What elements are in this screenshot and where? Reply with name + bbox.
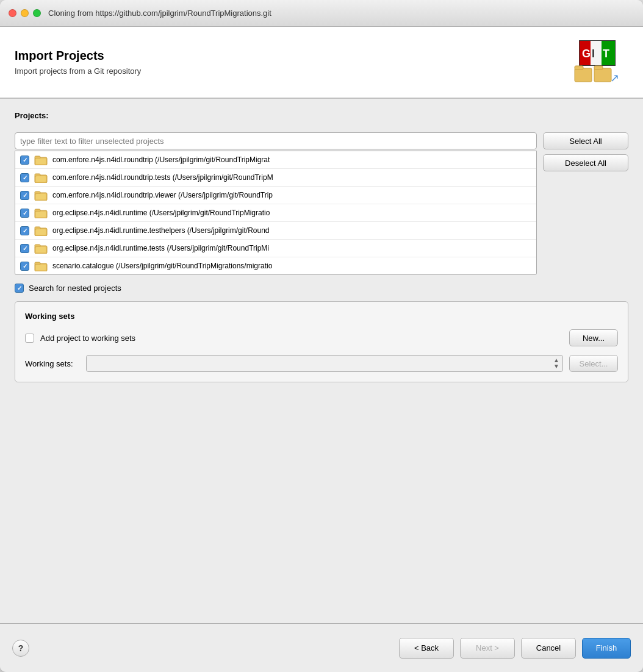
svg-rect-16: [35, 174, 40, 176]
svg-rect-13: [35, 156, 40, 159]
maximize-button[interactable]: [33, 9, 41, 17]
project-item[interactable]: org.eclipse.n4js.n4idl.runtime.tests (/U…: [15, 240, 536, 257]
add-working-sets-label: Add project to working sets: [40, 334, 135, 343]
project-checkbox[interactable]: [20, 262, 29, 271]
deselect-all-button[interactable]: Deselect All: [543, 154, 628, 171]
next-button[interactable]: Next >: [460, 638, 515, 659]
content-area: Projects: com.enfore.n4js.n4idl.roundtri…: [0, 99, 643, 623]
working-sets-select-wrapper: ▲ ▼: [86, 355, 563, 372]
folder-icon: [34, 207, 48, 218]
projects-left: com.enfore.n4js.n4idl.roundtrip (/Users/…: [15, 132, 537, 275]
svg-rect-20: [36, 194, 46, 199]
nested-projects-checkbox[interactable]: [15, 284, 24, 293]
svg-rect-10: [594, 66, 603, 70]
project-name: com.enfore.n4js.n4idl.roundtrip.tests (/…: [52, 173, 273, 182]
folder-icon: [34, 260, 48, 271]
nested-projects-label: Search for nested projects: [29, 284, 121, 293]
svg-rect-25: [35, 227, 40, 229]
svg-rect-26: [36, 229, 46, 235]
select-working-set-button[interactable]: Select...: [569, 355, 618, 372]
project-checkbox[interactable]: [20, 191, 29, 200]
minimize-button[interactable]: [21, 9, 29, 17]
projects-list: com.enfore.n4js.n4idl.roundtrip (/Users/…: [15, 151, 537, 275]
projects-label: Projects:: [15, 111, 628, 120]
help-button[interactable]: ?: [12, 640, 29, 657]
svg-rect-22: [35, 209, 40, 212]
back-button[interactable]: < Back: [399, 638, 454, 659]
dialog-title: Import Projects: [15, 49, 141, 63]
finish-button[interactable]: Finish: [582, 638, 631, 659]
project-name: scenario.catalogue (/Users/jpilgrim/git/…: [52, 262, 272, 270]
header-text: Import Projects Import projects from a G…: [15, 49, 141, 76]
project-name: com.enfore.n4js.n4idl.roundtrip (/Users/…: [52, 155, 270, 164]
add-working-sets-checkbox[interactable]: [25, 334, 34, 343]
filter-input[interactable]: [15, 132, 537, 149]
working-sets-group: Working sets Add project to working sets…: [15, 301, 628, 382]
new-working-set-button[interactable]: New...: [569, 329, 618, 346]
traffic-lights: [9, 9, 41, 17]
project-name: org.eclipse.n4js.n4idl.runtime.testhelpe…: [52, 226, 270, 235]
footer: ? < Back Next > Cancel Finish: [0, 623, 643, 672]
project-name: com.enfore.n4js.n4idl.roundtrip.viewer (…: [52, 191, 273, 199]
svg-rect-17: [36, 176, 46, 182]
project-checkbox[interactable]: [20, 173, 29, 182]
svg-rect-9: [594, 68, 611, 82]
cancel-button[interactable]: Cancel: [521, 638, 576, 659]
titlebar-title: Cloning from https://github.com/jpilgrim…: [48, 9, 271, 18]
folder-icon: [34, 190, 48, 201]
folder-icon: [34, 225, 48, 236]
svg-rect-32: [36, 265, 46, 270]
project-checkbox[interactable]: [20, 155, 29, 165]
titlebar: Cloning from https://github.com/jpilgrim…: [0, 0, 643, 27]
project-name: org.eclipse.n4js.n4idl.runtime.tests (/U…: [52, 244, 269, 252]
svg-text:↗: ↗: [610, 72, 619, 84]
project-item[interactable]: scenario.catalogue (/Users/jpilgrim/git/…: [15, 257, 536, 274]
projects-buttons: Select All Deselect All: [543, 132, 628, 171]
svg-text:G: G: [582, 48, 591, 60]
add-working-sets-row: Add project to working sets New...: [25, 329, 618, 346]
select-all-button[interactable]: Select All: [543, 132, 628, 149]
spacer: [15, 391, 628, 611]
folder-icon: [34, 243, 48, 254]
header-section: Import Projects Import projects from a G…: [0, 27, 643, 99]
project-item[interactable]: org.eclipse.n4js.n4idl.runtime (/Users/j…: [15, 204, 536, 222]
svg-rect-14: [36, 159, 46, 164]
folder-icon: [34, 172, 48, 183]
project-item[interactable]: com.enfore.n4js.n4idl.roundtrip.tests (/…: [15, 169, 536, 187]
working-sets-select[interactable]: [86, 355, 563, 372]
project-checkbox[interactable]: [20, 244, 29, 253]
project-checkbox[interactable]: [20, 209, 29, 218]
working-sets-label: Working sets:: [25, 359, 80, 368]
folder-icon: [34, 154, 48, 165]
svg-rect-7: [575, 68, 592, 82]
svg-rect-28: [35, 245, 40, 247]
project-checkbox[interactable]: [20, 226, 29, 235]
svg-rect-31: [35, 262, 40, 265]
project-item[interactable]: com.enfore.n4js.n4idl.roundtrip.viewer (…: [15, 187, 536, 204]
footer-buttons: < Back Next > Cancel Finish: [399, 638, 631, 659]
git-icon: G I T ↗: [573, 38, 628, 87]
dialog-subtitle: Import projects from a Git repository: [15, 66, 141, 76]
svg-text:I: I: [592, 48, 595, 60]
svg-rect-19: [35, 191, 40, 194]
svg-rect-8: [575, 66, 583, 70]
working-sets-label-row: Working sets: ▲ ▼ Select...: [25, 355, 618, 372]
project-name: org.eclipse.n4js.n4idl.runtime (/Users/j…: [52, 209, 270, 217]
footer-left: ?: [12, 640, 29, 657]
projects-area: com.enfore.n4js.n4idl.roundtrip (/Users/…: [15, 132, 628, 275]
svg-rect-29: [36, 247, 46, 252]
svg-text:T: T: [603, 48, 609, 60]
project-item[interactable]: com.enfore.n4js.n4idl.roundtrip (/Users/…: [15, 151, 536, 169]
nested-projects-row: Search for nested projects: [15, 284, 628, 293]
working-sets-legend: Working sets: [25, 312, 618, 321]
close-button[interactable]: [9, 9, 16, 17]
project-item[interactable]: org.eclipse.n4js.n4idl.runtime.testhelpe…: [15, 222, 536, 240]
svg-rect-23: [36, 212, 46, 217]
